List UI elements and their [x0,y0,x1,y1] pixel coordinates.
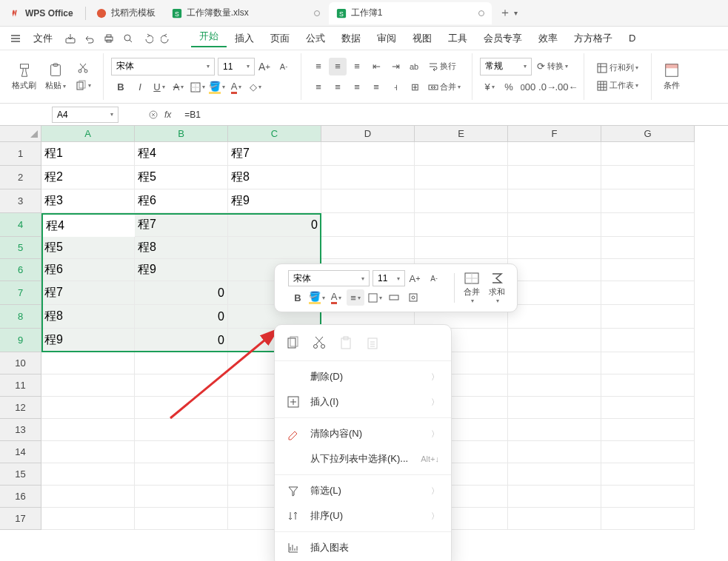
cell-D4[interactable] [321,213,415,237]
cell-B2[interactable]: 程5 [135,166,228,189]
cancel-icon[interactable] [148,110,158,120]
align-middle-button[interactable]: ≡ [329,58,347,75]
row-header-8[interactable]: 8 [0,305,41,329]
col-header-F[interactable]: F [508,126,601,142]
cell-G3[interactable] [601,189,695,213]
format-painter-button[interactable]: 格式刷 [7,62,41,91]
strike-button[interactable]: A▾ [170,78,187,96]
cm-cut-icon[interactable] [312,335,327,350]
font-name-select[interactable]: 宋体▾ [111,58,215,75]
mini-align[interactable]: ≡▾ [347,289,364,306]
row-header-1[interactable]: 1 [0,142,41,166]
cell-A14[interactable] [41,441,135,463]
cm-sort[interactable]: 排序(U) 〉 [275,503,451,528]
merge-button[interactable]: 合并▾ [425,78,464,96]
mini-font-select[interactable]: 宋体▾ [288,270,370,286]
row-header-10[interactable]: 10 [0,352,41,374]
menu-review[interactable]: 审阅 [369,32,404,45]
cell-D2[interactable] [321,166,415,189]
orientation-button[interactable]: ab [406,58,424,75]
preview-icon[interactable] [122,33,134,44]
cell-B9[interactable]: 0 [135,329,228,352]
col-header-E[interactable]: E [415,126,508,142]
fill-color-button[interactable]: 🪣▾ [208,78,226,96]
cell-C5[interactable] [228,237,321,259]
cell-G7[interactable] [601,281,695,305]
cell-B5[interactable]: 程8 [135,237,228,259]
cell-A6[interactable]: 程6 [41,259,135,281]
cell-A9[interactable]: 程9 [41,329,135,352]
cell-A5[interactable]: 程5 [41,237,135,259]
cell-A13[interactable] [41,419,135,441]
cell-F14[interactable] [508,441,601,463]
rowcol-button[interactable]: 行和列▾ [592,59,643,77]
cell-A7[interactable]: 程7 [41,281,135,305]
cell-A2[interactable]: 程2 [41,166,135,189]
cell-G13[interactable] [601,419,695,441]
wrap-button[interactable]: 换行 [425,58,459,75]
increase-decimal-button[interactable]: .0→ [538,78,556,96]
align-right-button[interactable]: ≡ [348,78,366,96]
cm-chart[interactable]: 插入图表 [275,535,451,560]
font-color-button[interactable]: A▾ [227,78,245,96]
mini-format[interactable] [404,289,422,306]
align-left-button[interactable]: ≡ [310,78,327,96]
cell-E4[interactable] [415,213,508,237]
cell-G4[interactable] [601,213,695,237]
increase-font-button[interactable]: A+ [256,58,273,75]
cell-F16[interactable] [508,486,601,508]
cell-A16[interactable] [41,486,135,508]
cell-G2[interactable] [601,166,695,189]
cell-A10[interactable] [41,352,135,374]
cell-C3[interactable]: 程9 [228,189,321,213]
indent-inc-button[interactable]: ⇥ [387,58,404,75]
cell-F13[interactable] [508,419,601,441]
cell-G12[interactable] [601,397,695,419]
italic-button[interactable]: I [131,78,149,96]
distribute-button[interactable]: ⫞ [387,78,404,96]
comma-button[interactable]: 000 [519,78,537,96]
cell-C1[interactable]: 程7 [228,142,321,166]
save-icon[interactable] [64,33,76,44]
merge-split-button[interactable]: ⊞ [406,78,424,96]
menu-grid[interactable]: 方方格子 [566,32,621,45]
decrease-font-button[interactable]: A- [275,58,293,75]
cell-A4[interactable]: 程4 [41,213,135,237]
col-header-A[interactable]: A [41,126,135,142]
menu-data[interactable]: 数据 [333,32,369,45]
cell-B12[interactable] [135,397,228,419]
clear-format-button[interactable]: ◇▾ [247,78,264,96]
align-bottom-button[interactable]: ≡ [348,58,366,75]
row-header-11[interactable]: 11 [0,374,41,397]
row-header-7[interactable]: 7 [0,281,41,305]
cell-F4[interactable] [508,213,601,237]
row-header-6[interactable]: 6 [0,259,41,281]
cell-B8[interactable]: 0 [135,305,228,329]
mini-bold[interactable]: B [289,289,307,306]
cond-format-button[interactable]: 条件 [659,62,684,91]
menu-tools[interactable]: 工具 [440,32,475,45]
redo-icon[interactable] [161,33,173,44]
menu-member[interactable]: 会员专享 [475,32,530,45]
menu-start[interactable]: 开始 [191,30,227,47]
cell-F12[interactable] [508,397,601,419]
font-size-select[interactable]: 11▾ [218,58,255,75]
cm-clear[interactable]: 清除内容(N) 〉 [275,421,451,446]
mini-decrease-font[interactable]: A- [425,270,443,286]
cell-B4[interactable]: 程7 [135,213,228,237]
menu-icon[interactable] [10,33,21,44]
cell-E2[interactable] [415,166,508,189]
cell-F2[interactable] [508,166,601,189]
cell-B1[interactable]: 程4 [135,142,228,166]
decrease-decimal-button[interactable]: .00← [558,78,575,96]
number-format-select[interactable]: 常规▾ [480,58,532,75]
cell-D1[interactable] [321,142,415,166]
row-header-9[interactable]: 9 [0,329,41,352]
cell-B10[interactable] [135,352,228,374]
indent-dec-button[interactable]: ⇤ [367,58,385,75]
col-header-D[interactable]: D [321,126,415,142]
cell-B7[interactable]: 0 [135,281,228,305]
cell-B14[interactable] [135,441,228,463]
currency-button[interactable]: ¥▾ [481,78,498,96]
mini-merge-cells[interactable] [385,289,403,306]
